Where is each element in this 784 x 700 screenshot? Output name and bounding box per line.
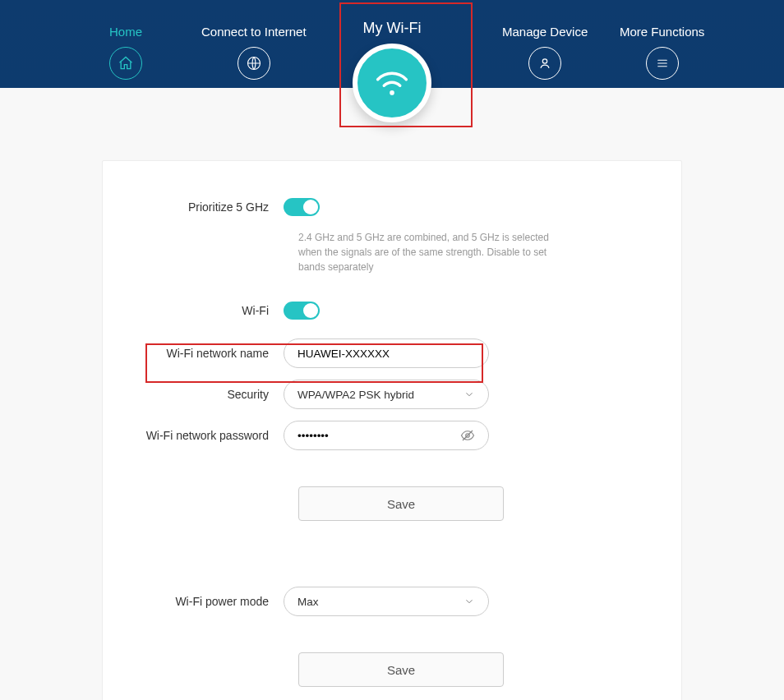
nav-wifi-label: My Wi-Fi <box>363 20 422 37</box>
nav-home[interactable]: Home <box>109 25 142 80</box>
nav-my-wifi[interactable]: My Wi-Fi <box>353 20 431 122</box>
wifi-name-input-wrap <box>284 338 489 368</box>
wifi-password-label: Wi-Fi network password <box>127 429 284 442</box>
wifi-settings-panel: Prioritize 5 GHz 2.4 GHz and 5 GHz are c… <box>102 160 682 700</box>
wifi-enable-label: Wi-Fi <box>127 304 284 317</box>
wifi-enable-toggle[interactable] <box>284 302 320 320</box>
save-power-button[interactable]: Save <box>298 652 504 687</box>
wifi-password-input[interactable] <box>297 430 454 442</box>
globe-icon <box>238 47 270 80</box>
nav-manage-label: Manage Device <box>502 25 588 39</box>
save-wifi-button[interactable]: Save <box>298 486 504 521</box>
nav-more-functions[interactable]: More Functions <box>620 25 704 80</box>
prioritize-5ghz-label: Prioritize 5 GHz <box>127 200 284 214</box>
wifi-name-input[interactable] <box>297 348 475 360</box>
nav-home-label: Home <box>109 25 142 39</box>
top-navbar: Home Connect to Internet My Wi-Fi Manage… <box>0 0 784 88</box>
chevron-down-icon <box>463 596 475 607</box>
wifi-power-select[interactable]: Max <box>284 587 489 616</box>
security-select[interactable]: WPA/WPA2 PSK hybrid <box>284 380 489 409</box>
wifi-password-input-wrap <box>284 421 489 450</box>
chevron-down-icon <box>463 389 475 400</box>
menu-icon <box>646 47 679 80</box>
home-icon <box>109 47 142 80</box>
security-label: Security <box>127 388 284 401</box>
wifi-name-label: Wi-Fi network name <box>127 347 284 360</box>
svg-point-1 <box>390 90 394 95</box>
prioritize-5ghz-help: 2.4 GHz and 5 GHz are combined, and 5 GH… <box>298 230 564 274</box>
nav-more-label: More Functions <box>620 25 704 39</box>
nav-connect-internet[interactable]: Connect to Internet <box>201 25 307 80</box>
wifi-power-label: Wi-Fi power mode <box>127 595 284 608</box>
user-icon <box>528 47 561 80</box>
security-selected-value: WPA/WPA2 PSK hybrid <box>297 389 414 401</box>
wifi-power-selected-value: Max <box>297 596 319 608</box>
prioritize-5ghz-toggle[interactable] <box>284 198 320 216</box>
nav-connect-label: Connect to Internet <box>201 25 307 39</box>
nav-manage-device[interactable]: Manage Device <box>502 25 588 80</box>
svg-point-2 <box>542 59 546 63</box>
wifi-icon <box>353 44 431 122</box>
show-password-icon[interactable] <box>460 428 475 443</box>
